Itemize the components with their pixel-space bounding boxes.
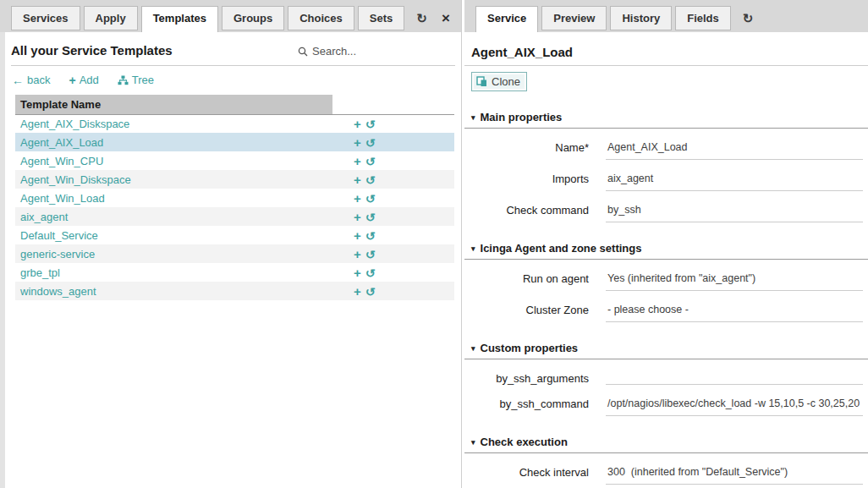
history-icon[interactable]: ↺	[365, 266, 376, 280]
tab-groups[interactable]: Groups	[222, 6, 284, 30]
tab-choices[interactable]: Choices	[288, 6, 354, 30]
detail-header: Agent_AIX_Load	[464, 32, 868, 66]
template-detail-panel: Service Preview History Fields ↻ Agent_A…	[464, 0, 868, 488]
list-header: All your Service Templates	[11, 32, 455, 66]
imports-field[interactable]: aix_agent	[606, 171, 863, 191]
add-child-icon[interactable]: +	[354, 247, 361, 261]
left-tabbar: Services Apply Templates Groups Choices …	[0, 0, 461, 32]
by-ssh-arguments-field[interactable]	[606, 370, 863, 385]
template-link[interactable]: Agent_Win_CPU	[20, 155, 103, 167]
add-child-icon[interactable]: +	[354, 173, 361, 187]
template-link[interactable]: Agent_Win_Diskspace	[20, 173, 131, 186]
form-field: Imports aix_agent	[464, 171, 868, 191]
template-link[interactable]: generic-service	[20, 248, 95, 260]
close-icon[interactable]: ×	[442, 12, 450, 25]
collapse-caret-icon: ▾	[471, 113, 475, 122]
add-child-icon[interactable]: +	[354, 210, 361, 224]
form-field: Run on agent Yes (inherited from "aix_ag…	[464, 271, 868, 291]
section-main-properties: ▾ Main properties Name* Agent_AIX_Load I…	[464, 111, 868, 222]
add-child-icon[interactable]: +	[354, 117, 361, 131]
form-field: by_ssh_command /opt/nagios/libexec/check…	[464, 396, 868, 416]
field-label: Check command	[464, 202, 589, 222]
table-row[interactable]: Default_Service +↺	[15, 226, 454, 244]
add-child-icon[interactable]: +	[354, 191, 361, 206]
section-toggle[interactable]: ▾ Icinga Agent and zone settings	[464, 242, 868, 260]
template-link[interactable]: Agent_AIX_Diskspace	[20, 118, 129, 130]
section-toggle[interactable]: ▾ Custom properties	[464, 342, 868, 359]
service-templates-panel: Services Apply Templates Groups Choices …	[0, 0, 462, 488]
right-tabbar: Service Preview History Fields ↻	[464, 0, 868, 32]
tab-fields[interactable]: Fields	[675, 6, 731, 30]
section-toggle[interactable]: ▾ Check execution	[464, 436, 868, 453]
name-field[interactable]: Agent_AIX_Load	[606, 140, 863, 160]
section-title: Custom properties	[481, 342, 579, 354]
history-icon[interactable]: ↺	[365, 173, 376, 187]
field-label: by_ssh_command	[464, 396, 589, 416]
add-child-icon[interactable]: +	[354, 228, 361, 243]
back-link[interactable]: ← back	[12, 74, 50, 86]
refresh-icon[interactable]: ↻	[743, 13, 754, 25]
table-row[interactable]: Agent_Win_CPU +↺	[15, 151, 454, 170]
table-row-selected[interactable]: Agent_AIX_Load +↺	[15, 133, 454, 151]
form-field: Cluster Zone - please choose -	[464, 302, 868, 322]
section-title: Icinga Agent and zone settings	[481, 242, 642, 255]
history-icon[interactable]: ↺	[365, 192, 376, 206]
template-link[interactable]: Agent_AIX_Load	[20, 136, 103, 149]
table-row[interactable]: Agent_AIX_Diskspace +↺	[15, 114, 454, 133]
check-command-field[interactable]: by_ssh	[606, 202, 863, 222]
back-label: back	[27, 74, 50, 86]
refresh-icon[interactable]: ↻	[416, 13, 427, 25]
clone-button[interactable]: Clone	[471, 72, 527, 91]
by-ssh-command-field[interactable]: /opt/nagios/libexec/check_load -w 15,10,…	[606, 396, 863, 416]
left-edge-gutter	[0, 32, 5, 488]
table-row[interactable]: Agent_Win_Load +↺	[15, 189, 454, 207]
tab-apply[interactable]: Apply	[84, 6, 138, 30]
history-icon[interactable]: ↺	[365, 118, 376, 131]
add-child-icon[interactable]: +	[354, 266, 361, 280]
history-icon[interactable]: ↺	[365, 285, 376, 299]
plus-icon: +	[69, 75, 75, 85]
search-box[interactable]	[298, 45, 455, 58]
add-child-icon[interactable]: +	[354, 135, 361, 150]
table-row[interactable]: Agent_Win_Diskspace +↺	[15, 170, 454, 189]
add-child-icon[interactable]: +	[354, 154, 361, 168]
field-label: Name*	[464, 140, 589, 160]
table-row[interactable]: grbe_tpl +↺	[15, 263, 454, 282]
table-row[interactable]: windows_agent +↺	[15, 282, 454, 300]
template-link[interactable]: windows_agent	[20, 285, 96, 298]
tab-service[interactable]: Service	[475, 6, 538, 32]
section-toggle[interactable]: ▾ Main properties	[464, 111, 868, 129]
section-custom-properties: ▾ Custom properties by_ssh_arguments by_…	[464, 342, 868, 416]
run-on-agent-field[interactable]: Yes (inherited from "aix_agent")	[606, 271, 863, 291]
form-field: by_ssh_arguments	[464, 370, 868, 385]
tree-link[interactable]: Tree	[118, 74, 154, 86]
section-title: Main properties	[481, 111, 563, 123]
collapse-caret-icon: ▾	[471, 344, 475, 353]
add-child-icon[interactable]: +	[354, 284, 361, 299]
column-header-template-name[interactable]: Template Name	[15, 95, 332, 114]
table-row[interactable]: aix_agent +↺	[15, 207, 454, 226]
template-link[interactable]: Default_Service	[20, 229, 98, 242]
tree-label: Tree	[132, 74, 154, 86]
template-link[interactable]: aix_agent	[20, 211, 68, 223]
add-link[interactable]: + Add	[69, 74, 98, 86]
check-interval-field[interactable]: 300 (inherited from "Default_Service")	[606, 464, 863, 485]
history-icon[interactable]: ↺	[365, 155, 376, 168]
tab-history[interactable]: History	[610, 6, 672, 30]
tab-services[interactable]: Services	[11, 6, 80, 30]
table-row[interactable]: generic-service +↺	[15, 244, 454, 263]
history-icon[interactable]: ↺	[365, 229, 376, 243]
tab-preview[interactable]: Preview	[541, 6, 607, 30]
tab-templates[interactable]: Templates	[141, 6, 218, 32]
search-input[interactable]	[312, 45, 455, 58]
history-icon[interactable]: ↺	[365, 136, 376, 150]
tab-sets[interactable]: Sets	[358, 6, 404, 30]
history-icon[interactable]: ↺	[365, 248, 376, 261]
history-icon[interactable]: ↺	[365, 211, 376, 224]
search-icon	[298, 47, 308, 57]
cluster-zone-select[interactable]: - please choose -	[606, 302, 863, 322]
template-link[interactable]: Agent_Win_Load	[20, 192, 105, 205]
add-label: Add	[80, 74, 99, 86]
field-label: Cluster Zone	[464, 302, 589, 322]
template-link[interactable]: grbe_tpl	[20, 266, 60, 279]
